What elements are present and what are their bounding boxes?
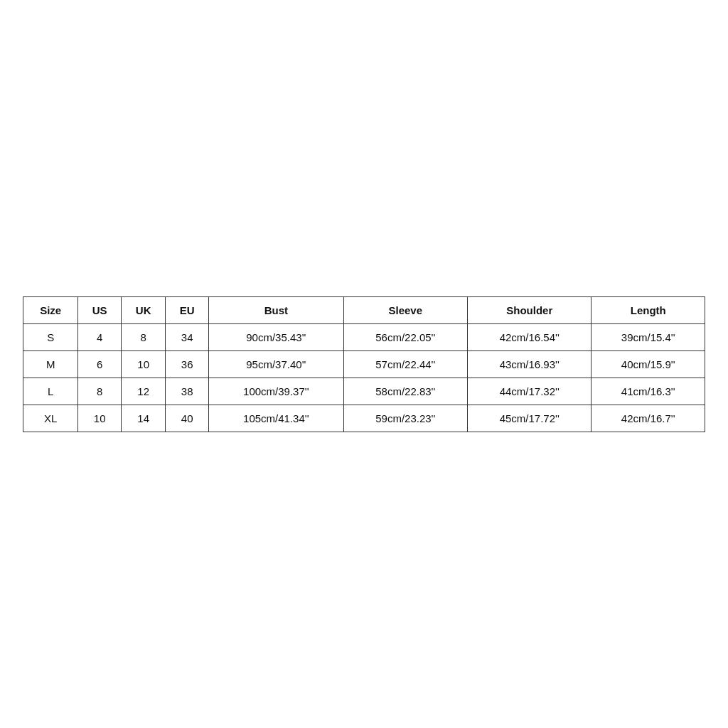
- column-header: UK: [122, 296, 166, 323]
- table-cell: 42cm/16.7'': [592, 405, 705, 432]
- table-cell: 12: [122, 378, 166, 405]
- table-cell: L: [23, 378, 78, 405]
- column-header: Length: [592, 296, 705, 323]
- table-cell: 56cm/22.05'': [343, 323, 467, 350]
- table-cell: 90cm/35.43'': [209, 323, 343, 350]
- table-cell: 100cm/39.37'': [209, 378, 343, 405]
- size-chart-table: SizeUSUKEUBustSleeveShoulderLength S4834…: [23, 296, 705, 432]
- column-header: Shoulder: [468, 296, 592, 323]
- column-header: Sleeve: [343, 296, 467, 323]
- table-cell: 59cm/23.23'': [343, 405, 467, 432]
- column-header: EU: [166, 296, 209, 323]
- table-row: S483490cm/35.43''56cm/22.05''42cm/16.54'…: [23, 323, 705, 350]
- table-cell: 4: [78, 323, 122, 350]
- table-cell: 39cm/15.4'': [592, 323, 705, 350]
- table-row: XL101440105cm/41.34''59cm/23.23''45cm/17…: [23, 405, 705, 432]
- table-cell: 14: [122, 405, 166, 432]
- table-cell: 8: [122, 323, 166, 350]
- table-cell: 10: [78, 405, 122, 432]
- size-chart-container: SizeUSUKEUBustSleeveShoulderLength S4834…: [23, 296, 705, 432]
- table-cell: M: [23, 350, 78, 378]
- table-cell: 43cm/16.93'': [468, 350, 592, 378]
- table-cell: S: [23, 323, 78, 350]
- table-row: L81238100cm/39.37''58cm/22.83''44cm/17.3…: [23, 378, 705, 405]
- table-cell: 38: [166, 378, 209, 405]
- column-header: US: [78, 296, 122, 323]
- table-cell: 57cm/22.44'': [343, 350, 467, 378]
- table-cell: 6: [78, 350, 122, 378]
- column-header: Size: [23, 296, 78, 323]
- table-cell: 95cm/37.40'': [209, 350, 343, 378]
- column-header: Bust: [209, 296, 343, 323]
- table-cell: 58cm/22.83'': [343, 378, 467, 405]
- table-cell: 45cm/17.72'': [468, 405, 592, 432]
- table-cell: 40cm/15.9'': [592, 350, 705, 378]
- table-cell: 10: [122, 350, 166, 378]
- table-cell: 41cm/16.3'': [592, 378, 705, 405]
- table-cell: XL: [23, 405, 78, 432]
- table-cell: 34: [166, 323, 209, 350]
- table-cell: 44cm/17.32'': [468, 378, 592, 405]
- table-header-row: SizeUSUKEUBustSleeveShoulderLength: [23, 296, 705, 323]
- table-row: M6103695cm/37.40''57cm/22.44''43cm/16.93…: [23, 350, 705, 378]
- table-cell: 105cm/41.34'': [209, 405, 343, 432]
- table-cell: 42cm/16.54'': [468, 323, 592, 350]
- table-cell: 8: [78, 378, 122, 405]
- table-cell: 36: [166, 350, 209, 378]
- table-cell: 40: [166, 405, 209, 432]
